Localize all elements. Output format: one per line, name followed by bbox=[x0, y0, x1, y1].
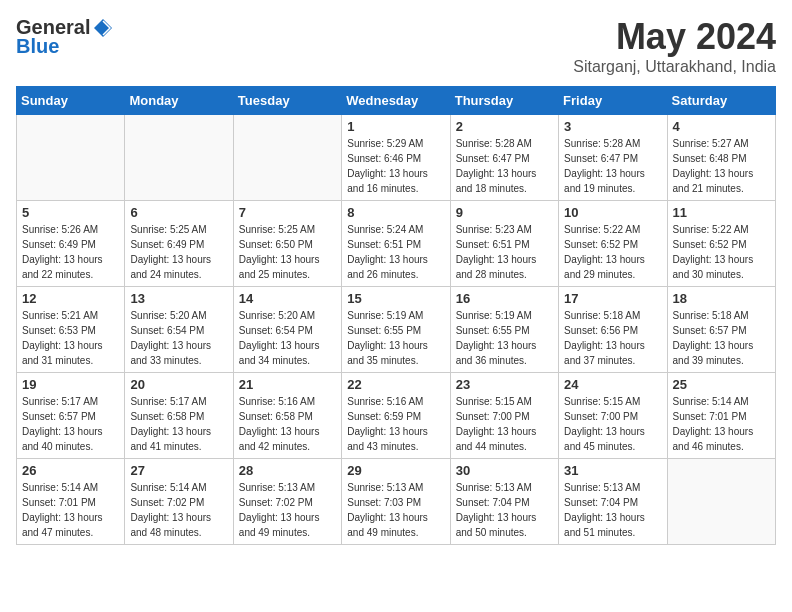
calendar-cell: 1Sunrise: 5:29 AMSunset: 6:46 PMDaylight… bbox=[342, 115, 450, 201]
calendar-week-row-5: 26Sunrise: 5:14 AMSunset: 7:01 PMDayligh… bbox=[17, 459, 776, 545]
day-number: 23 bbox=[456, 377, 553, 392]
weekday-header-sunday: Sunday bbox=[17, 87, 125, 115]
day-info: Sunrise: 5:16 AMSunset: 6:58 PMDaylight:… bbox=[239, 394, 336, 454]
calendar-cell: 31Sunrise: 5:13 AMSunset: 7:04 PMDayligh… bbox=[559, 459, 667, 545]
day-info: Sunrise: 5:16 AMSunset: 6:59 PMDaylight:… bbox=[347, 394, 444, 454]
weekday-header-saturday: Saturday bbox=[667, 87, 775, 115]
calendar-week-row-1: 1Sunrise: 5:29 AMSunset: 6:46 PMDaylight… bbox=[17, 115, 776, 201]
calendar-cell: 9Sunrise: 5:23 AMSunset: 6:51 PMDaylight… bbox=[450, 201, 558, 287]
day-info: Sunrise: 5:21 AMSunset: 6:53 PMDaylight:… bbox=[22, 308, 119, 368]
calendar-cell bbox=[233, 115, 341, 201]
header: General Blue May 2024 Sitarganj, Uttarak… bbox=[16, 16, 776, 76]
day-info: Sunrise: 5:15 AMSunset: 7:00 PMDaylight:… bbox=[456, 394, 553, 454]
calendar-cell bbox=[667, 459, 775, 545]
calendar-cell: 8Sunrise: 5:24 AMSunset: 6:51 PMDaylight… bbox=[342, 201, 450, 287]
day-number: 2 bbox=[456, 119, 553, 134]
day-info: Sunrise: 5:24 AMSunset: 6:51 PMDaylight:… bbox=[347, 222, 444, 282]
day-info: Sunrise: 5:20 AMSunset: 6:54 PMDaylight:… bbox=[130, 308, 227, 368]
day-number: 31 bbox=[564, 463, 661, 478]
day-number: 3 bbox=[564, 119, 661, 134]
day-number: 18 bbox=[673, 291, 770, 306]
calendar-cell: 23Sunrise: 5:15 AMSunset: 7:00 PMDayligh… bbox=[450, 373, 558, 459]
title-area: May 2024 Sitarganj, Uttarakhand, India bbox=[573, 16, 776, 76]
day-number: 25 bbox=[673, 377, 770, 392]
calendar-table: SundayMondayTuesdayWednesdayThursdayFrid… bbox=[16, 86, 776, 545]
day-info: Sunrise: 5:18 AMSunset: 6:57 PMDaylight:… bbox=[673, 308, 770, 368]
day-info: Sunrise: 5:26 AMSunset: 6:49 PMDaylight:… bbox=[22, 222, 119, 282]
day-info: Sunrise: 5:28 AMSunset: 6:47 PMDaylight:… bbox=[564, 136, 661, 196]
day-number: 21 bbox=[239, 377, 336, 392]
day-info: Sunrise: 5:27 AMSunset: 6:48 PMDaylight:… bbox=[673, 136, 770, 196]
calendar-cell: 11Sunrise: 5:22 AMSunset: 6:52 PMDayligh… bbox=[667, 201, 775, 287]
calendar-cell: 18Sunrise: 5:18 AMSunset: 6:57 PMDayligh… bbox=[667, 287, 775, 373]
day-info: Sunrise: 5:13 AMSunset: 7:02 PMDaylight:… bbox=[239, 480, 336, 540]
day-number: 30 bbox=[456, 463, 553, 478]
calendar-cell: 10Sunrise: 5:22 AMSunset: 6:52 PMDayligh… bbox=[559, 201, 667, 287]
day-number: 20 bbox=[130, 377, 227, 392]
weekday-header-thursday: Thursday bbox=[450, 87, 558, 115]
calendar-cell: 17Sunrise: 5:18 AMSunset: 6:56 PMDayligh… bbox=[559, 287, 667, 373]
day-info: Sunrise: 5:19 AMSunset: 6:55 PMDaylight:… bbox=[456, 308, 553, 368]
calendar-cell: 13Sunrise: 5:20 AMSunset: 6:54 PMDayligh… bbox=[125, 287, 233, 373]
calendar-cell: 19Sunrise: 5:17 AMSunset: 6:57 PMDayligh… bbox=[17, 373, 125, 459]
day-number: 12 bbox=[22, 291, 119, 306]
day-number: 27 bbox=[130, 463, 227, 478]
day-number: 26 bbox=[22, 463, 119, 478]
weekday-header-friday: Friday bbox=[559, 87, 667, 115]
day-info: Sunrise: 5:17 AMSunset: 6:57 PMDaylight:… bbox=[22, 394, 119, 454]
day-number: 4 bbox=[673, 119, 770, 134]
calendar-cell: 14Sunrise: 5:20 AMSunset: 6:54 PMDayligh… bbox=[233, 287, 341, 373]
day-number: 6 bbox=[130, 205, 227, 220]
day-info: Sunrise: 5:15 AMSunset: 7:00 PMDaylight:… bbox=[564, 394, 661, 454]
day-info: Sunrise: 5:19 AMSunset: 6:55 PMDaylight:… bbox=[347, 308, 444, 368]
calendar-cell: 25Sunrise: 5:14 AMSunset: 7:01 PMDayligh… bbox=[667, 373, 775, 459]
day-number: 5 bbox=[22, 205, 119, 220]
calendar-cell: 20Sunrise: 5:17 AMSunset: 6:58 PMDayligh… bbox=[125, 373, 233, 459]
calendar-cell bbox=[17, 115, 125, 201]
day-number: 24 bbox=[564, 377, 661, 392]
calendar-cell: 15Sunrise: 5:19 AMSunset: 6:55 PMDayligh… bbox=[342, 287, 450, 373]
day-number: 8 bbox=[347, 205, 444, 220]
calendar-cell: 12Sunrise: 5:21 AMSunset: 6:53 PMDayligh… bbox=[17, 287, 125, 373]
day-info: Sunrise: 5:25 AMSunset: 6:50 PMDaylight:… bbox=[239, 222, 336, 282]
day-number: 16 bbox=[456, 291, 553, 306]
weekday-header-tuesday: Tuesday bbox=[233, 87, 341, 115]
day-info: Sunrise: 5:13 AMSunset: 7:04 PMDaylight:… bbox=[456, 480, 553, 540]
logo-icon bbox=[92, 17, 114, 39]
weekday-header-wednesday: Wednesday bbox=[342, 87, 450, 115]
calendar-cell: 7Sunrise: 5:25 AMSunset: 6:50 PMDaylight… bbox=[233, 201, 341, 287]
day-info: Sunrise: 5:14 AMSunset: 7:02 PMDaylight:… bbox=[130, 480, 227, 540]
day-info: Sunrise: 5:25 AMSunset: 6:49 PMDaylight:… bbox=[130, 222, 227, 282]
day-number: 29 bbox=[347, 463, 444, 478]
day-number: 11 bbox=[673, 205, 770, 220]
calendar-cell: 6Sunrise: 5:25 AMSunset: 6:49 PMDaylight… bbox=[125, 201, 233, 287]
calendar-cell bbox=[125, 115, 233, 201]
day-info: Sunrise: 5:29 AMSunset: 6:46 PMDaylight:… bbox=[347, 136, 444, 196]
day-info: Sunrise: 5:13 AMSunset: 7:04 PMDaylight:… bbox=[564, 480, 661, 540]
location: Sitarganj, Uttarakhand, India bbox=[573, 58, 776, 76]
calendar-cell: 2Sunrise: 5:28 AMSunset: 6:47 PMDaylight… bbox=[450, 115, 558, 201]
day-info: Sunrise: 5:28 AMSunset: 6:47 PMDaylight:… bbox=[456, 136, 553, 196]
calendar-cell: 22Sunrise: 5:16 AMSunset: 6:59 PMDayligh… bbox=[342, 373, 450, 459]
day-number: 1 bbox=[347, 119, 444, 134]
calendar-cell: 4Sunrise: 5:27 AMSunset: 6:48 PMDaylight… bbox=[667, 115, 775, 201]
day-number: 10 bbox=[564, 205, 661, 220]
day-info: Sunrise: 5:22 AMSunset: 6:52 PMDaylight:… bbox=[564, 222, 661, 282]
day-number: 15 bbox=[347, 291, 444, 306]
day-number: 28 bbox=[239, 463, 336, 478]
weekday-header-row: SundayMondayTuesdayWednesdayThursdayFrid… bbox=[17, 87, 776, 115]
day-number: 7 bbox=[239, 205, 336, 220]
day-info: Sunrise: 5:17 AMSunset: 6:58 PMDaylight:… bbox=[130, 394, 227, 454]
month-year: May 2024 bbox=[573, 16, 776, 58]
calendar-week-row-2: 5Sunrise: 5:26 AMSunset: 6:49 PMDaylight… bbox=[17, 201, 776, 287]
calendar-cell: 27Sunrise: 5:14 AMSunset: 7:02 PMDayligh… bbox=[125, 459, 233, 545]
day-number: 22 bbox=[347, 377, 444, 392]
day-info: Sunrise: 5:20 AMSunset: 6:54 PMDaylight:… bbox=[239, 308, 336, 368]
day-info: Sunrise: 5:13 AMSunset: 7:03 PMDaylight:… bbox=[347, 480, 444, 540]
day-number: 9 bbox=[456, 205, 553, 220]
calendar-cell: 30Sunrise: 5:13 AMSunset: 7:04 PMDayligh… bbox=[450, 459, 558, 545]
calendar-cell: 26Sunrise: 5:14 AMSunset: 7:01 PMDayligh… bbox=[17, 459, 125, 545]
calendar-cell: 24Sunrise: 5:15 AMSunset: 7:00 PMDayligh… bbox=[559, 373, 667, 459]
calendar-cell: 21Sunrise: 5:16 AMSunset: 6:58 PMDayligh… bbox=[233, 373, 341, 459]
calendar-cell: 29Sunrise: 5:13 AMSunset: 7:03 PMDayligh… bbox=[342, 459, 450, 545]
